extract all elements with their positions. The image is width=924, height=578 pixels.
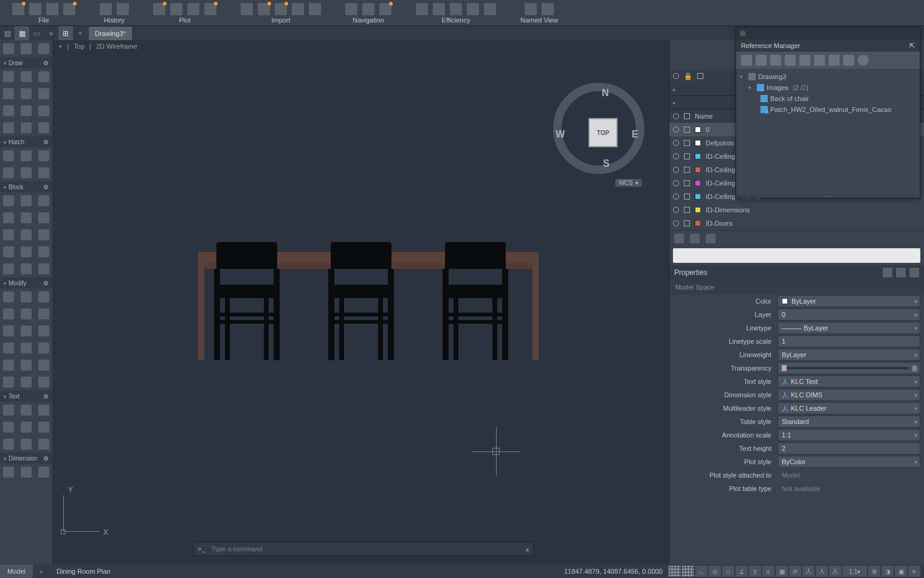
layer-states-icon[interactable] — [674, 234, 684, 243]
viewcube-face-top[interactable]: TOP — [588, 118, 618, 147]
ribbon-button[interactable] — [204, 3, 216, 15]
hatch-tool-icon[interactable] — [38, 167, 49, 178]
modify-tool-icon[interactable] — [3, 377, 14, 388]
layer-color-swatch[interactable] — [695, 180, 701, 186]
block-tool-icon[interactable] — [3, 212, 14, 223]
selection-cycling-icon[interactable]: ⟳ — [789, 566, 801, 577]
polar-icon[interactable]: ⊙ — [709, 566, 721, 577]
layer-freeze-toggle[interactable] — [684, 180, 690, 186]
new-layer-folder-icon[interactable] — [706, 234, 715, 243]
layer-color-swatch[interactable] — [695, 220, 701, 226]
modify-tool-icon[interactable] — [21, 360, 32, 371]
text-tool-icon[interactable] — [38, 422, 49, 433]
layer-visibility-toggle[interactable] — [673, 127, 679, 133]
snap-grid-icon[interactable] — [669, 566, 681, 577]
grid-display-icon[interactable] — [682, 566, 694, 577]
hatch-tool-icon[interactable] — [38, 150, 49, 161]
ribbon-button[interactable] — [170, 3, 182, 15]
hatch-tool-icon[interactable] — [21, 150, 32, 161]
quick-tool-icon[interactable] — [21, 43, 32, 54]
dock-icon[interactable]: ⇱ — [909, 42, 915, 50]
viewcube-west[interactable]: W — [556, 129, 565, 140]
block-tool-icon[interactable] — [3, 263, 14, 274]
ribbon-button[interactable] — [379, 3, 391, 15]
viewcube-south[interactable]: S — [603, 158, 610, 169]
block-tool-icon[interactable] — [21, 212, 32, 223]
draw-tool-icon[interactable] — [38, 122, 49, 133]
layer-visibility-toggle[interactable] — [673, 220, 679, 226]
tree-root[interactable]: ▾Drawing3 — [740, 71, 916, 82]
hatch-tool-icon[interactable] — [3, 167, 14, 178]
ribbon-button[interactable] — [362, 3, 374, 15]
tree-images-group[interactable]: ▾ Images (2 /2) — [740, 82, 916, 93]
modify-tool-icon[interactable] — [38, 326, 49, 336]
ribbon-button[interactable] — [117, 3, 129, 15]
draw-tool-icon[interactable] — [3, 105, 14, 116]
layer-freeze-toggle[interactable] — [684, 167, 690, 173]
modify-tool-icon[interactable] — [21, 377, 32, 388]
ribbon-button[interactable] — [345, 3, 357, 15]
tab-list-icon[interactable]: ▤ — [0, 26, 15, 41]
layer-freeze-toggle[interactable] — [684, 127, 690, 133]
draw-tool-icon[interactable] — [21, 122, 32, 133]
layer-visibility-toggle[interactable] — [673, 193, 679, 200]
layer-freeze-toggle[interactable] — [684, 207, 690, 213]
property-value[interactable]: 人KLC Text▾ — [777, 375, 920, 388]
block-tool-icon[interactable] — [38, 212, 49, 223]
attach-image-icon[interactable] — [756, 55, 767, 66]
freeze-icon[interactable] — [697, 73, 703, 79]
layer-visibility-toggle[interactable] — [673, 180, 679, 186]
viewport-visual-style[interactable]: 2D Wireframe — [95, 43, 139, 50]
quick-tool-icon[interactable] — [3, 43, 14, 54]
property-value[interactable]: 人KLC DIMS▾ — [777, 389, 920, 401]
layer-freeze-toggle[interactable] — [684, 193, 690, 200]
refmgr-titlebar[interactable] — [736, 27, 920, 40]
modify-tool-icon[interactable] — [21, 308, 32, 319]
draw-tool-icon[interactable] — [3, 122, 14, 133]
layer-color-swatch[interactable] — [695, 207, 701, 213]
ribbon-button[interactable] — [29, 3, 41, 15]
modify-tool-icon[interactable] — [38, 343, 49, 353]
ortho-icon[interactable]: ∟ — [695, 566, 708, 577]
block-tool-icon[interactable] — [3, 195, 14, 206]
properties-pick-icon[interactable] — [883, 268, 892, 277]
gear-icon[interactable]: ⚙ — [43, 184, 49, 190]
layer-row[interactable]: ID-Dimensions — [669, 203, 924, 217]
ribbon-button[interactable] — [542, 3, 554, 15]
layer-visibility-toggle[interactable] — [673, 153, 679, 159]
draw-tool-icon[interactable] — [21, 71, 32, 82]
layer-color-swatch[interactable] — [695, 193, 701, 200]
tile-horizontal-icon[interactable]: ▭ — [29, 26, 44, 41]
draw-tool-icon[interactable] — [3, 88, 14, 99]
ucs-icon[interactable]: Y X — [57, 489, 106, 538]
viewport-view-name[interactable]: Top — [72, 43, 86, 50]
ribbon-button[interactable] — [12, 3, 24, 15]
layer-row[interactable]: ID-Doors — [669, 217, 924, 230]
modify-tool-icon[interactable] — [3, 360, 14, 371]
tree-image-item[interactable]: ⚠ Patch_HW2_Oiled_walnut_Fenix_Cacao — [740, 104, 916, 115]
ribbon-button[interactable] — [100, 3, 112, 15]
ribbon-button[interactable] — [153, 3, 165, 15]
text-tool-icon[interactable] — [3, 422, 14, 433]
block-tool-icon[interactable] — [3, 246, 14, 257]
layer-freeze-toggle[interactable] — [684, 153, 690, 159]
tab-grid-icon[interactable]: ⊞ — [58, 26, 73, 41]
modify-tool-icon[interactable] — [38, 377, 49, 388]
modify-tool-icon[interactable] — [21, 343, 32, 353]
change-path-icon[interactable] — [829, 55, 840, 66]
block-tool-icon[interactable] — [38, 229, 49, 240]
draw-tool-icon[interactable] — [21, 88, 32, 99]
property-value[interactable]: ——— ByLayer▾ — [777, 322, 920, 334]
block-tool-icon[interactable] — [21, 229, 32, 240]
attach-pdf-icon[interactable] — [799, 55, 810, 66]
dimension-tool-icon[interactable] — [21, 467, 32, 478]
text-tool-icon[interactable] — [38, 405, 49, 416]
hatch-tool-icon[interactable] — [3, 150, 14, 161]
properties-quick-icon[interactable] — [896, 268, 906, 277]
info-icon[interactable] — [858, 55, 869, 66]
text-tool-icon[interactable] — [21, 405, 32, 416]
command-history-dropdown[interactable]: ▴ — [526, 545, 529, 553]
annotation-autoscale-icon[interactable]: 人 — [829, 566, 841, 577]
block-tool-icon[interactable] — [3, 229, 14, 240]
modify-tool-icon[interactable] — [21, 326, 32, 336]
